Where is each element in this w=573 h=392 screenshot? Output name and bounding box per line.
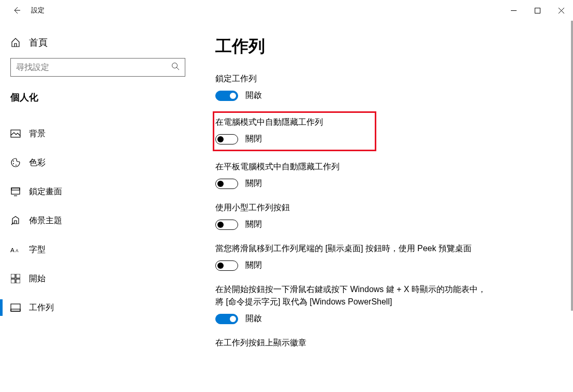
svg-rect-6 [11,188,20,194]
toggle-replace-cmd-powershell[interactable] [215,314,238,324]
setting-lock-taskbar: 鎖定工作列 開啟 [215,72,552,101]
toggle-small-buttons[interactable] [215,220,238,230]
toggle-state: 開啟 [245,90,262,101]
setting-label: 當您將滑鼠移到工作列尾端的 [顯示桌面] 按鈕時，使用 Peek 預覽桌面 [215,242,474,255]
setting-label: 在於開始按鈕按一下滑鼠右鍵或按下 Windows 鍵 + X 時顯示的功能表中，… [215,283,490,308]
setting-small-buttons: 使用小型工作列按鈕 關閉 [215,201,552,230]
back-button[interactable] [8,2,25,19]
minimize-button[interactable] [502,2,525,19]
sidebar-item-fonts[interactable]: AA 字型 [10,235,202,264]
close-button[interactable] [549,2,573,19]
sidebar-item-label: 開始 [29,273,46,284]
svg-rect-15 [11,309,20,311]
image-icon [10,128,21,139]
sidebar-item-label: 字型 [29,244,46,255]
home-icon [10,37,21,48]
setting-label: 在電腦模式中自動隱藏工作列 [215,116,370,128]
start-icon [10,273,21,284]
toggle-autohide-desktop[interactable] [215,134,238,144]
sidebar-item-label: 工作列 [29,302,54,313]
svg-point-4 [13,163,14,164]
svg-rect-14 [11,304,20,311]
window-titlebar: 設定 [0,0,573,21]
toggle-lock-taskbar[interactable] [215,91,238,101]
highlighted-setting: 在電腦模式中自動隱藏工作列 關閉 [213,111,376,151]
svg-point-3 [13,161,14,162]
main-content: 工作列 鎖定工作列 開啟 在電腦模式中自動隱藏工作列 關閉 在平 [202,21,573,392]
category-title: 個人化 [10,91,202,104]
svg-text:A: A [16,249,19,253]
svg-rect-11 [16,274,20,278]
sidebar-item-taskbar[interactable]: 工作列 [10,293,202,322]
sidebar-item-label: 色彩 [29,157,46,168]
svg-rect-13 [16,279,20,283]
sidebar-item-colors[interactable]: 色彩 [10,148,202,177]
setting-peek-preview: 當您將滑鼠移到工作列尾端的 [顯示桌面] 按鈕時，使用 Peek 預覽桌面 關閉 [215,242,552,271]
setting-label: 鎖定工作列 [215,72,552,85]
sidebar-item-start[interactable]: 開始 [10,264,202,293]
home-label: 首頁 [29,36,48,49]
maximize-button[interactable] [525,2,549,19]
toggle-peek-preview[interactable] [215,260,238,271]
setting-label: 使用小型工作列按鈕 [215,201,552,214]
search-icon [171,62,180,72]
sidebar-item-themes[interactable]: 佈景主題 [10,206,202,235]
svg-rect-12 [11,279,15,283]
setting-autohide-desktop: 在電腦模式中自動隱藏工作列 關閉 [215,116,370,144]
palette-icon [10,157,21,168]
toggle-autohide-tablet[interactable] [215,179,238,189]
setting-label: 在平板電腦模式中自動隱藏工作列 [215,161,552,173]
svg-text:A: A [10,246,14,254]
sidebar-item-label: 鎖定畫面 [29,186,62,197]
svg-rect-0 [535,8,540,13]
svg-rect-7 [11,188,20,190]
svg-rect-10 [11,274,15,278]
sidebar: 首頁 個人化 背景 色彩 [0,21,202,392]
sidebar-item-label: 背景 [29,128,46,139]
home-nav[interactable]: 首頁 [10,31,202,58]
setting-replace-cmd-powershell: 在於開始按鈕按一下滑鼠右鍵或按下 Windows 鍵 + X 時顯示的功能表中，… [215,283,552,324]
search-box[interactable] [10,58,185,77]
setting-autohide-tablet: 在平板電腦模式中自動隱藏工作列 關閉 [215,161,552,189]
taskbar-icon [10,302,21,313]
search-input[interactable] [16,63,171,72]
window-title: 設定 [31,6,45,15]
toggle-state: 開啟 [245,313,262,324]
font-icon: AA [10,244,21,255]
sidebar-item-lockscreen[interactable]: 鎖定畫面 [10,177,202,206]
toggle-state: 關閉 [245,134,262,144]
svg-point-5 [16,165,17,166]
page-title: 工作列 [215,35,552,58]
toggle-state: 關閉 [245,178,262,189]
toggle-state: 關閉 [245,219,262,230]
theme-icon [10,215,21,226]
sidebar-item-label: 佈景主題 [29,215,62,226]
toggle-state: 關閉 [245,260,262,271]
setting-show-badges: 在工作列按鈕上顯示徽章 [215,337,552,349]
scrollbar-thumb[interactable] [571,21,573,311]
sidebar-item-background[interactable]: 背景 [10,119,202,148]
scrollbar[interactable] [569,21,573,390]
lock-screen-icon [10,186,21,197]
setting-label: 在工作列按鈕上顯示徽章 [215,337,552,349]
